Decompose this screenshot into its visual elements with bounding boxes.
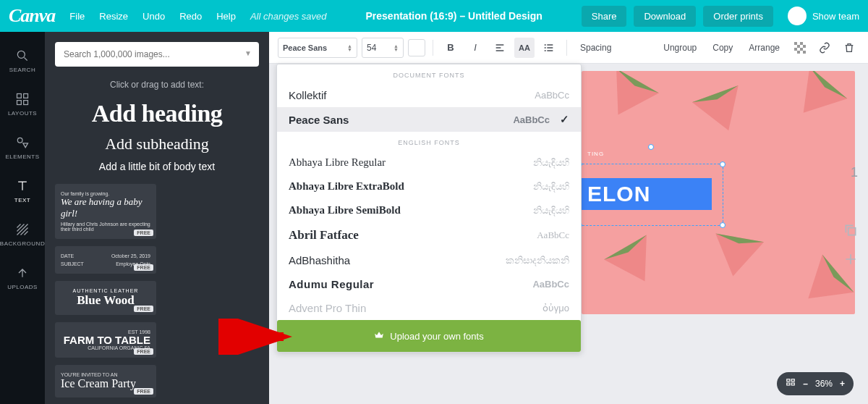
- tpl-text: EST 1998: [61, 329, 150, 334]
- grid-view-icon[interactable]: [786, 378, 796, 390]
- font-name: Abhaya Libre Regular: [289, 156, 386, 169]
- duplicate-page-icon[interactable]: [843, 223, 858, 237]
- share-button[interactable]: Share: [582, 6, 627, 27]
- menu-undo[interactable]: Undo: [142, 11, 165, 22]
- resize-handle[interactable]: [720, 222, 726, 228]
- resize-handle[interactable]: [720, 161, 726, 167]
- caret-icon: ▲▼: [393, 44, 399, 51]
- canvas-area[interactable]: TING ELON 1: [582, 64, 868, 374]
- template-card[interactable]: AUTHENTIC LEATHER Blue Wood FREE: [55, 281, 156, 315]
- menu-file[interactable]: File: [69, 11, 85, 22]
- rail-elements[interactable]: Elements: [0, 126, 45, 168]
- font-option-selected[interactable]: Peace Sans AaBbCc✓: [277, 107, 581, 132]
- font-name: Kollektif: [289, 89, 327, 101]
- add-body-text[interactable]: Add a little bit of body text: [45, 161, 269, 172]
- italic-button[interactable]: I: [465, 38, 485, 58]
- template-card[interactable]: EST 1998 FARM TO TABLE CALIFORNIA ORGANI…: [55, 322, 156, 358]
- rail-label: Elements: [5, 153, 39, 160]
- transparency-icon[interactable]: [790, 38, 810, 58]
- rail-background[interactable]: Background: [0, 213, 45, 255]
- top-menu: File Resize Undo Redo Help: [69, 11, 236, 22]
- save-status: All changes saved: [250, 11, 327, 22]
- zoom-value[interactable]: 36%: [815, 379, 833, 389]
- logo[interactable]: Canva: [9, 5, 55, 27]
- font-option[interactable]: AdBhashithaකනිසාදනියකනි: [277, 248, 581, 272]
- upload-icon: [14, 265, 30, 281]
- bold-button[interactable]: B: [441, 38, 461, 58]
- free-badge: FREE: [134, 388, 153, 395]
- chevron-down-icon[interactable]: ▼: [244, 49, 252, 57]
- rotate-handle[interactable]: [648, 144, 654, 150]
- slide[interactable]: TING ELON: [582, 71, 855, 314]
- spacing-button[interactable]: Spacing: [574, 43, 617, 53]
- uppercase-button[interactable]: AA: [514, 38, 535, 58]
- template-card[interactable]: DATEOctober 25, 2019 SUBJECTEmployee Opi…: [55, 246, 156, 274]
- link-icon[interactable]: [814, 38, 835, 58]
- tpl-text: Our family is growing.: [61, 191, 150, 196]
- font-sample: AaBbCc: [537, 230, 569, 241]
- font-sample: නියැඳියහි: [533, 181, 569, 193]
- list-button[interactable]: [539, 38, 559, 58]
- ungroup-button[interactable]: Ungroup: [658, 43, 702, 53]
- copy-button[interactable]: Copy: [707, 43, 739, 53]
- menu-resize[interactable]: Resize: [99, 11, 128, 22]
- show-team-button[interactable]: Show team: [780, 7, 859, 25]
- svg-rect-2: [24, 93, 28, 98]
- template-card[interactable]: Our family is growing. We are having a b…: [55, 184, 156, 239]
- rail-uploads[interactable]: Uploads: [0, 256, 45, 298]
- add-subheading[interactable]: Add subheading: [45, 135, 269, 153]
- rail-label: Text: [14, 197, 30, 203]
- font-selector[interactable]: Peace Sans ▲▼: [278, 38, 357, 58]
- align-button[interactable]: [490, 38, 510, 58]
- rail-label: Uploads: [7, 284, 38, 290]
- rail-text[interactable]: Text: [0, 169, 45, 211]
- zoom-control: – 36% +: [777, 372, 854, 395]
- font-option[interactable]: Advent Pro Thinὀὐγμο: [277, 296, 581, 320]
- font-option[interactable]: Abril FatfaceAaBbCc: [277, 222, 581, 248]
- add-page-icon[interactable]: [843, 252, 858, 266]
- rail-label: Layouts: [8, 110, 37, 117]
- upload-fonts-button[interactable]: Upload your own fonts: [277, 320, 581, 352]
- font-option[interactable]: Adumu RegularAaBbCc: [277, 272, 581, 296]
- resize-handle[interactable]: [582, 161, 582, 167]
- arrange-button[interactable]: Arrange: [743, 43, 786, 53]
- font-option[interactable]: Kollektif AaBbCc: [277, 83, 581, 107]
- text-color-picker[interactable]: [408, 39, 425, 56]
- font-name: Peace Sans: [283, 43, 327, 52]
- rail-search[interactable]: Search: [0, 39, 45, 81]
- order-prints-button[interactable]: Order prints: [703, 6, 773, 27]
- font-option[interactable]: Abhaya Libre Regularනියැඳියහි: [277, 151, 581, 174]
- font-name: Adumu Regular: [289, 278, 374, 290]
- check-icon: ✓: [560, 113, 569, 126]
- menu-redo[interactable]: Redo: [179, 11, 202, 22]
- team-label: Show team: [812, 11, 859, 22]
- add-heading[interactable]: Add heading: [45, 100, 269, 127]
- font-list-scroll[interactable]: Document Fonts Kollektif AaBbCc Peace Sa…: [277, 64, 581, 320]
- separator: [433, 40, 433, 56]
- layouts-icon: [14, 91, 30, 107]
- tpl-text: YOU'RE INVITED TO AN: [61, 372, 150, 377]
- search-input[interactable]: [55, 42, 259, 67]
- zoom-in-button[interactable]: +: [840, 379, 845, 389]
- document-title[interactable]: Presentation (16:9) – Untitled Design: [326, 10, 581, 22]
- font-size-selector[interactable]: 54 ▲▼: [362, 38, 404, 58]
- menu-help[interactable]: Help: [216, 11, 236, 22]
- template-card[interactable]: YOU'RE INVITED TO AN Ice Cream Party FRE…: [55, 365, 156, 397]
- zoom-out-button[interactable]: –: [803, 379, 808, 389]
- svg-rect-23: [791, 383, 794, 385]
- svg-rect-20: [787, 379, 790, 381]
- resize-handle[interactable]: [582, 222, 582, 228]
- rail-layouts[interactable]: Layouts: [0, 83, 45, 125]
- delete-icon[interactable]: [839, 38, 859, 58]
- font-option[interactable]: Abhaya Libre ExtraBoldනියැඳියහි: [277, 174, 581, 198]
- selected-text[interactable]: ELON: [582, 178, 712, 210]
- font-sample: නියැඳියහි: [533, 157, 569, 169]
- elements-icon: [14, 135, 30, 151]
- download-button[interactable]: Download: [634, 6, 696, 27]
- top-actions: Share Download Order prints Show team: [582, 6, 859, 27]
- svg-rect-12: [797, 45, 800, 48]
- svg-rect-14: [794, 48, 797, 51]
- font-option[interactable]: Abhaya Libre SemiBoldනියැඳියහි: [277, 198, 581, 222]
- rail-label: Background: [0, 240, 45, 247]
- text-templates: Our family is growing. We are having a b…: [45, 172, 269, 404]
